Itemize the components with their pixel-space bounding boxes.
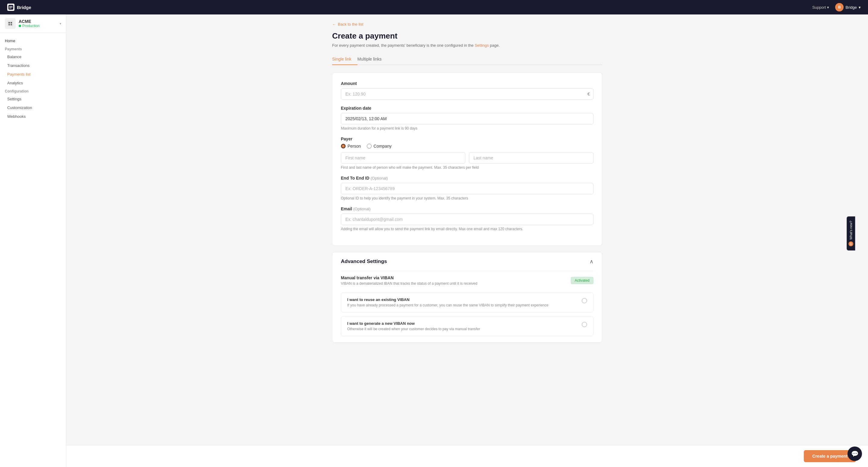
email-label: Email (Optional) (341, 207, 593, 211)
workspace-details: ACME Production (19, 19, 39, 28)
chat-button[interactable]: 💬 (847, 446, 862, 461)
email-hint: Adding the email will allow you to send … (341, 227, 593, 231)
tab-single-link[interactable]: Single link (332, 54, 358, 65)
workspace-selector[interactable]: ACME Production ▾ (0, 14, 66, 33)
end-to-end-hint: Optional ID to help you identify the pay… (341, 196, 593, 200)
amount-label: Amount (341, 81, 593, 86)
chevron-down-icon: ▾ (827, 5, 829, 10)
workspace-env: Production (19, 24, 39, 28)
viban-description: VIBAN is a dematerialized IBAN that trac… (341, 281, 477, 286)
avatar: B (835, 3, 844, 11)
radio-icon (582, 322, 587, 327)
sidebar-nav: Home Payments Balance Transactions Payme… (0, 33, 66, 124)
end-to-end-group: End To End ID (Optional) Optional ID to … (341, 176, 593, 200)
viban-section: Manual transfer via VIBAN VIBAN is a dem… (333, 271, 602, 342)
sidebar-item-webhooks[interactable]: Webhooks (0, 112, 66, 121)
sidebar-item-settings[interactable]: Settings (0, 95, 66, 103)
whats-new-button[interactable]: 1 What's new? (847, 217, 855, 251)
payer-radio-company[interactable] (367, 144, 372, 149)
viban-option-generate[interactable]: I want to generate a new VIBAN now Other… (341, 316, 593, 336)
name-row (341, 152, 593, 164)
top-nav-left: Bridge (7, 4, 31, 11)
expiration-label: Expiration date (341, 106, 593, 111)
svg-rect-5 (10, 24, 12, 25)
sidebar: ACME Production ▾ Home Payments Balance … (0, 14, 66, 467)
form-card: Amount € Expiration date Maximum duratio… (332, 72, 602, 246)
user-menu[interactable]: B Bridge ▾ (835, 3, 861, 11)
top-nav: Bridge Support ▾ B Bridge ▾ (0, 0, 868, 14)
support-button[interactable]: Support ▾ (812, 5, 830, 10)
end-to-end-input[interactable] (341, 183, 593, 194)
advanced-header[interactable]: Advanced Settings ∧ (333, 252, 602, 271)
arrow-left-icon: ← (332, 22, 336, 27)
viban-header: Manual transfer via VIBAN VIBAN is a dem… (341, 271, 593, 290)
amount-input-wrapper: € (341, 88, 593, 100)
expiration-hint: Maximum duration for a payment link is 9… (341, 126, 593, 130)
sidebar-item-balance[interactable]: Balance (0, 53, 66, 61)
svg-rect-1 (7, 21, 13, 27)
chevron-up-icon: ∧ (590, 258, 593, 265)
back-link[interactable]: ← Back to the list (332, 22, 364, 27)
chevron-down-icon: ▾ (60, 22, 61, 25)
viban-options: I want to reuse an existing VIBAN If you… (341, 290, 593, 336)
bottom-bar: Create a payment (66, 445, 868, 467)
brand-name: Bridge (17, 5, 31, 10)
chevron-down-icon: ▾ (859, 5, 861, 10)
viban-info: Manual transfer via VIBAN VIBAN is a dem… (341, 275, 477, 286)
env-label: Production (22, 24, 39, 28)
sidebar-section-configuration: Configuration (0, 87, 66, 95)
workspace-icon (5, 18, 16, 29)
expiration-input[interactable] (341, 113, 593, 124)
top-nav-right: Support ▾ B Bridge ▾ (812, 3, 861, 11)
svg-rect-3 (10, 22, 12, 24)
app-body: ACME Production ▾ Home Payments Balance … (0, 14, 868, 467)
advanced-title: Advanced Settings (341, 258, 387, 264)
sidebar-item-payments-list[interactable]: Payments list (0, 70, 66, 79)
svg-rect-2 (8, 22, 10, 24)
page-title: Create a payment (332, 31, 602, 41)
first-name-input[interactable] (341, 152, 465, 164)
env-dot (19, 25, 21, 27)
expiration-group: Expiration date Maximum duration for a p… (341, 106, 593, 130)
sidebar-section-payments: Payments (0, 45, 66, 53)
tabs: Single link Multiple links (332, 54, 602, 65)
sidebar-item-transactions[interactable]: Transactions (0, 61, 66, 70)
sidebar-item-analytics[interactable]: Analytics (0, 79, 66, 87)
last-name-input[interactable] (469, 152, 593, 164)
activated-badge: Activated (571, 277, 593, 284)
payer-radio-person[interactable] (341, 144, 346, 149)
settings-link[interactable]: Settings (475, 43, 489, 48)
whats-new-badge: 1 (849, 241, 854, 246)
payer-radio-group: Person Company (341, 144, 593, 149)
payer-option-person[interactable]: Person (341, 144, 361, 149)
viban-option-reuse[interactable]: I want to reuse an existing VIBAN If you… (341, 292, 593, 312)
svg-rect-4 (8, 24, 10, 25)
page-subtitle: For every payment created, the payments'… (332, 43, 602, 48)
radio-icon (582, 298, 587, 303)
payer-hint: First and last name of person who will m… (341, 165, 593, 169)
tab-multiple-links[interactable]: Multiple links (358, 54, 388, 65)
end-to-end-label: End To End ID (Optional) (341, 176, 593, 181)
viban-title: Manual transfer via VIBAN (341, 275, 477, 280)
amount-input[interactable] (341, 88, 593, 100)
workspace-name: ACME (19, 19, 39, 24)
main-content: ← Back to the list Create a payment For … (66, 14, 868, 467)
bridge-logo-icon (7, 4, 14, 11)
sidebar-item-home[interactable]: Home (0, 36, 66, 45)
chat-icon: 💬 (851, 450, 859, 457)
email-group: Email (Optional) Adding the email will a… (341, 207, 593, 231)
page-wrapper: ← Back to the list Create a payment For … (322, 14, 612, 385)
workspace-info: ACME Production (5, 18, 39, 29)
payer-group: Payer Person Company (341, 136, 593, 169)
payer-option-company[interactable]: Company (367, 144, 392, 149)
payer-label: Payer (341, 136, 593, 141)
amount-group: Amount € (341, 81, 593, 100)
user-label: Bridge (845, 5, 857, 10)
email-input[interactable] (341, 214, 593, 225)
sidebar-item-customization[interactable]: Customization (0, 103, 66, 112)
advanced-settings-card: Advanced Settings ∧ Manual transfer via … (332, 252, 602, 343)
